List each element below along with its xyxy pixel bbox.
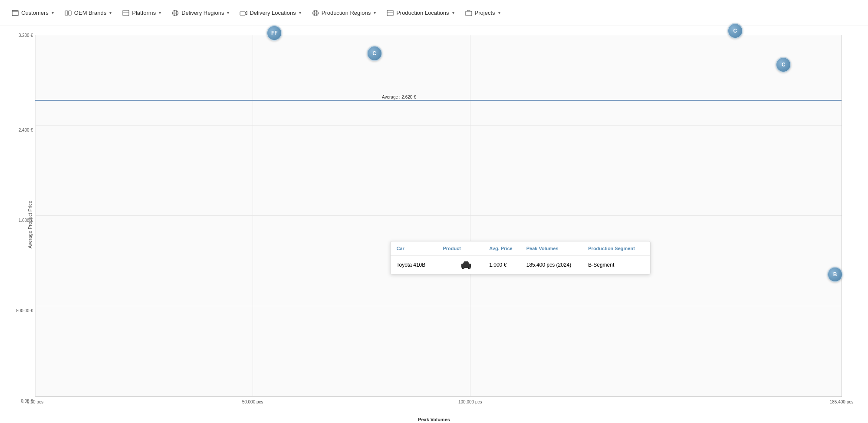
nav-delivery-locations-chevron: ▾ — [299, 10, 301, 15]
data-point-c1[interactable]: C — [367, 46, 382, 61]
tt-col-product: Product — [443, 246, 489, 251]
chart-container: Average Product Price Peak Volumes 2.400… — [0, 26, 868, 423]
y-axis-label: Average Product Price — [27, 201, 33, 248]
nav-production-regions[interactable]: Production Regions ▾ — [307, 7, 380, 20]
nav-customers-chevron: ▾ — [52, 10, 54, 15]
y-tick-800: 800,00 € — [16, 308, 33, 313]
tt-col-peakvolumes: Peak Volumes — [526, 246, 589, 251]
chart-area: 2.400 € 1.600 € 800,00 € 0,00 € 3.200 € … — [35, 35, 842, 397]
production-region-icon — [312, 9, 319, 17]
tt-col-car: Car — [397, 246, 443, 251]
oem-icon — [64, 9, 72, 17]
v-gridline-0: 0,00 pcs — [35, 35, 36, 397]
nav-platforms[interactable]: Platforms ▾ — [118, 7, 165, 20]
nav-customers[interactable]: Customers ▾ — [7, 7, 58, 20]
v-gridline-50k: 50.000 pcs — [253, 35, 253, 397]
top-navigation: Customers ▾ OEM Brands ▾ Platforms ▾ — [0, 0, 868, 26]
nav-delivery-regions[interactable]: Delivery Regions ▾ — [167, 7, 233, 20]
h-gridline-top — [35, 35, 842, 35]
h-gridline-800: 800,00 € — [35, 306, 842, 306]
h-gridline-0: 0,00 € — [35, 396, 842, 397]
svg-rect-3 — [69, 11, 71, 15]
x-axis-label: Peak Volumes — [418, 417, 450, 422]
tt-col-segment: Production Segment — [588, 246, 644, 251]
svg-point-20 — [462, 268, 464, 269]
nav-delivery-regions-chevron: ▾ — [227, 10, 229, 15]
production-location-icon — [386, 9, 394, 17]
tooltip-table: Car Product Avg. Price Peak Volumes Prod… — [390, 241, 651, 274]
x-tick-50k: 50.000 pcs — [242, 400, 263, 404]
nav-oem-label: OEM Brands — [74, 10, 106, 16]
delivery-location-icon — [240, 9, 247, 17]
x-tick-0: 0,00 pcs — [27, 400, 43, 404]
nav-customers-label: Customers — [21, 10, 49, 16]
nav-projects-chevron: ▾ — [498, 10, 500, 15]
nav-production-locations[interactable]: Production Locations ▾ — [382, 7, 458, 20]
nav-production-regions-label: Production Regions — [322, 10, 371, 16]
svg-rect-10 — [240, 12, 245, 15]
x-tick-185k: 185.400 pcs — [830, 400, 854, 404]
nav-delivery-locations-label: Delivery Locations — [250, 10, 296, 16]
nav-delivery-regions-label: Delivery Regions — [181, 10, 224, 16]
data-point-ff[interactable]: FF — [266, 25, 282, 41]
svg-rect-5 — [123, 10, 129, 16]
tt-cell-car: Toyota 410B — [397, 262, 443, 268]
tt-cell-avgprice: 1.000 € — [489, 262, 526, 268]
tt-col-avgprice: Avg. Price — [489, 246, 526, 251]
nav-projects-label: Projects — [475, 10, 495, 16]
tt-cell-segment: B-Segment — [588, 262, 644, 268]
platform-icon — [122, 9, 130, 17]
nav-platforms-chevron: ▾ — [159, 10, 161, 15]
delivery-region-icon — [171, 9, 179, 17]
nav-oem-brands[interactable]: OEM Brands ▾ — [60, 7, 116, 20]
data-point-c2[interactable]: C — [727, 23, 743, 39]
nav-oem-chevron: ▾ — [109, 10, 112, 15]
svg-rect-16 — [466, 11, 472, 16]
nav-delivery-locations[interactable]: Delivery Locations ▾ — [235, 7, 305, 20]
svg-rect-0 — [12, 10, 18, 16]
avg-line: Average : 2.620 € — [35, 100, 842, 101]
y-tick-2400: 2.400 € — [19, 128, 33, 132]
data-point-b[interactable]: B — [827, 267, 843, 282]
svg-rect-14 — [387, 10, 393, 16]
projects-icon — [465, 9, 473, 17]
tooltip-header: Car Product Avg. Price Peak Volumes Prod… — [391, 241, 650, 256]
nav-production-locations-chevron: ▾ — [452, 10, 454, 15]
tt-cell-product — [443, 260, 489, 270]
h-gridline-1600: 1.600 € — [35, 215, 842, 216]
tt-cell-peakvolumes: 185.400 pcs (2024) — [526, 262, 589, 268]
y-tick-3200: 3.200 € — [19, 33, 33, 38]
avg-label: Average : 2.620 € — [382, 95, 416, 99]
nav-production-regions-chevron: ▾ — [374, 10, 376, 15]
y-tick-1600: 1.600 € — [19, 218, 33, 223]
v-gridline-100k: 100.000 pcs — [470, 35, 470, 397]
customer-icon — [11, 9, 19, 17]
svg-rect-2 — [65, 11, 68, 15]
nav-projects[interactable]: Projects ▾ — [460, 7, 505, 20]
x-tick-100k: 100.000 pcs — [458, 400, 482, 404]
nav-production-locations-label: Production Locations — [396, 10, 449, 16]
data-point-c3[interactable]: C — [776, 57, 791, 73]
tooltip-row-0: Toyota 410B 1.000 € 185.400 pcs (2024) B… — [391, 256, 650, 274]
nav-platforms-label: Platforms — [132, 10, 156, 16]
h-gridline-2400: 2.400 € — [35, 125, 842, 126]
svg-point-21 — [468, 268, 470, 269]
